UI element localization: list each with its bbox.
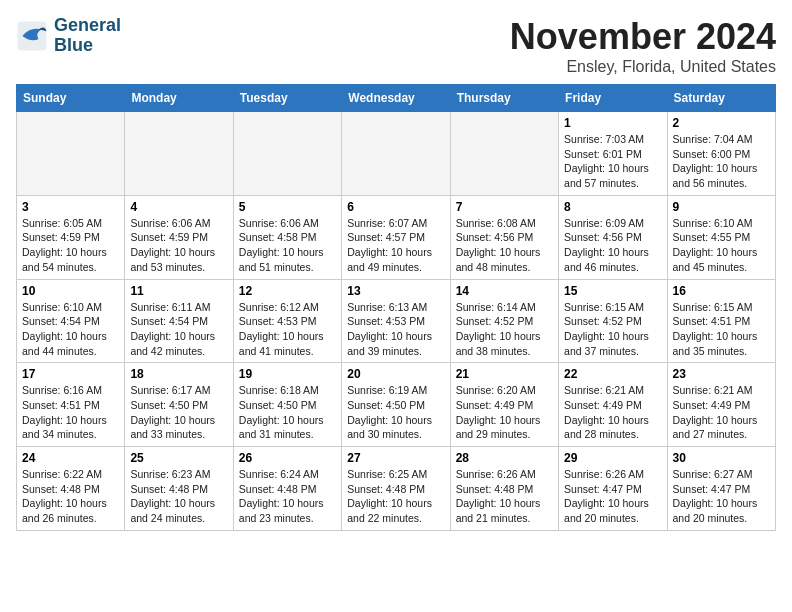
- day-info: Sunrise: 6:19 AMSunset: 4:50 PMDaylight:…: [347, 383, 444, 442]
- day-number: 1: [564, 116, 661, 130]
- weekday-header: Thursday: [450, 85, 558, 112]
- day-info: Sunrise: 6:24 AMSunset: 4:48 PMDaylight:…: [239, 467, 336, 526]
- weekday-header: Tuesday: [233, 85, 341, 112]
- calendar-cell: 24Sunrise: 6:22 AMSunset: 4:48 PMDayligh…: [17, 447, 125, 531]
- day-info: Sunrise: 6:07 AMSunset: 4:57 PMDaylight:…: [347, 216, 444, 275]
- day-info: Sunrise: 6:17 AMSunset: 4:50 PMDaylight:…: [130, 383, 227, 442]
- day-number: 5: [239, 200, 336, 214]
- day-number: 24: [22, 451, 119, 465]
- calendar-cell: 22Sunrise: 6:21 AMSunset: 4:49 PMDayligh…: [559, 363, 667, 447]
- day-number: 30: [673, 451, 770, 465]
- calendar-cell: 23Sunrise: 6:21 AMSunset: 4:49 PMDayligh…: [667, 363, 775, 447]
- day-number: 9: [673, 200, 770, 214]
- weekday-header: Monday: [125, 85, 233, 112]
- day-number: 15: [564, 284, 661, 298]
- day-info: Sunrise: 6:21 AMSunset: 4:49 PMDaylight:…: [673, 383, 770, 442]
- day-info: Sunrise: 6:13 AMSunset: 4:53 PMDaylight:…: [347, 300, 444, 359]
- calendar-cell: 15Sunrise: 6:15 AMSunset: 4:52 PMDayligh…: [559, 279, 667, 363]
- day-number: 4: [130, 200, 227, 214]
- calendar-cell: 10Sunrise: 6:10 AMSunset: 4:54 PMDayligh…: [17, 279, 125, 363]
- logo-icon: [16, 20, 48, 52]
- day-number: 23: [673, 367, 770, 381]
- day-number: 26: [239, 451, 336, 465]
- calendar-cell: 7Sunrise: 6:08 AMSunset: 4:56 PMDaylight…: [450, 195, 558, 279]
- weekday-header: Sunday: [17, 85, 125, 112]
- day-info: Sunrise: 6:08 AMSunset: 4:56 PMDaylight:…: [456, 216, 553, 275]
- day-number: 20: [347, 367, 444, 381]
- day-info: Sunrise: 6:10 AMSunset: 4:54 PMDaylight:…: [22, 300, 119, 359]
- calendar-cell: [342, 112, 450, 196]
- logo: General Blue: [16, 16, 121, 56]
- weekday-header: Wednesday: [342, 85, 450, 112]
- day-info: Sunrise: 6:25 AMSunset: 4:48 PMDaylight:…: [347, 467, 444, 526]
- calendar-cell: 29Sunrise: 6:26 AMSunset: 4:47 PMDayligh…: [559, 447, 667, 531]
- day-number: 29: [564, 451, 661, 465]
- day-info: Sunrise: 7:03 AMSunset: 6:01 PMDaylight:…: [564, 132, 661, 191]
- calendar-header-row: SundayMondayTuesdayWednesdayThursdayFrid…: [17, 85, 776, 112]
- day-number: 12: [239, 284, 336, 298]
- calendar-cell: 20Sunrise: 6:19 AMSunset: 4:50 PMDayligh…: [342, 363, 450, 447]
- day-number: 7: [456, 200, 553, 214]
- day-number: 22: [564, 367, 661, 381]
- day-number: 16: [673, 284, 770, 298]
- day-info: Sunrise: 6:05 AMSunset: 4:59 PMDaylight:…: [22, 216, 119, 275]
- day-number: 21: [456, 367, 553, 381]
- day-number: 11: [130, 284, 227, 298]
- day-number: 28: [456, 451, 553, 465]
- calendar-week-row: 3Sunrise: 6:05 AMSunset: 4:59 PMDaylight…: [17, 195, 776, 279]
- day-number: 6: [347, 200, 444, 214]
- day-number: 13: [347, 284, 444, 298]
- logo-text: General Blue: [54, 16, 121, 56]
- calendar-cell: [17, 112, 125, 196]
- calendar-week-row: 17Sunrise: 6:16 AMSunset: 4:51 PMDayligh…: [17, 363, 776, 447]
- calendar-cell: 3Sunrise: 6:05 AMSunset: 4:59 PMDaylight…: [17, 195, 125, 279]
- calendar-cell: [233, 112, 341, 196]
- day-info: Sunrise: 6:26 AMSunset: 4:48 PMDaylight:…: [456, 467, 553, 526]
- calendar-cell: 17Sunrise: 6:16 AMSunset: 4:51 PMDayligh…: [17, 363, 125, 447]
- calendar-week-row: 1Sunrise: 7:03 AMSunset: 6:01 PMDaylight…: [17, 112, 776, 196]
- day-number: 27: [347, 451, 444, 465]
- day-info: Sunrise: 6:06 AMSunset: 4:58 PMDaylight:…: [239, 216, 336, 275]
- calendar-cell: 18Sunrise: 6:17 AMSunset: 4:50 PMDayligh…: [125, 363, 233, 447]
- day-info: Sunrise: 6:23 AMSunset: 4:48 PMDaylight:…: [130, 467, 227, 526]
- day-info: Sunrise: 6:14 AMSunset: 4:52 PMDaylight:…: [456, 300, 553, 359]
- day-number: 3: [22, 200, 119, 214]
- calendar-cell: 16Sunrise: 6:15 AMSunset: 4:51 PMDayligh…: [667, 279, 775, 363]
- day-info: Sunrise: 6:15 AMSunset: 4:52 PMDaylight:…: [564, 300, 661, 359]
- day-info: Sunrise: 6:26 AMSunset: 4:47 PMDaylight:…: [564, 467, 661, 526]
- day-number: 8: [564, 200, 661, 214]
- day-number: 19: [239, 367, 336, 381]
- calendar-cell: 9Sunrise: 6:10 AMSunset: 4:55 PMDaylight…: [667, 195, 775, 279]
- calendar-cell: 4Sunrise: 6:06 AMSunset: 4:59 PMDaylight…: [125, 195, 233, 279]
- day-number: 18: [130, 367, 227, 381]
- day-info: Sunrise: 6:11 AMSunset: 4:54 PMDaylight:…: [130, 300, 227, 359]
- month-title: November 2024: [510, 16, 776, 58]
- calendar-cell: 27Sunrise: 6:25 AMSunset: 4:48 PMDayligh…: [342, 447, 450, 531]
- calendar-cell: 26Sunrise: 6:24 AMSunset: 4:48 PMDayligh…: [233, 447, 341, 531]
- weekday-header: Friday: [559, 85, 667, 112]
- calendar-cell: 30Sunrise: 6:27 AMSunset: 4:47 PMDayligh…: [667, 447, 775, 531]
- day-info: Sunrise: 6:21 AMSunset: 4:49 PMDaylight:…: [564, 383, 661, 442]
- calendar-cell: [125, 112, 233, 196]
- title-block: November 2024 Ensley, Florida, United St…: [510, 16, 776, 76]
- day-number: 2: [673, 116, 770, 130]
- calendar-cell: 5Sunrise: 6:06 AMSunset: 4:58 PMDaylight…: [233, 195, 341, 279]
- day-number: 25: [130, 451, 227, 465]
- weekday-header: Saturday: [667, 85, 775, 112]
- location-title: Ensley, Florida, United States: [510, 58, 776, 76]
- calendar-cell: 8Sunrise: 6:09 AMSunset: 4:56 PMDaylight…: [559, 195, 667, 279]
- day-number: 14: [456, 284, 553, 298]
- day-info: Sunrise: 6:16 AMSunset: 4:51 PMDaylight:…: [22, 383, 119, 442]
- calendar-cell: 14Sunrise: 6:14 AMSunset: 4:52 PMDayligh…: [450, 279, 558, 363]
- logo-line1: General: [54, 15, 121, 35]
- calendar-cell: 21Sunrise: 6:20 AMSunset: 4:49 PMDayligh…: [450, 363, 558, 447]
- day-info: Sunrise: 7:04 AMSunset: 6:00 PMDaylight:…: [673, 132, 770, 191]
- day-info: Sunrise: 6:12 AMSunset: 4:53 PMDaylight:…: [239, 300, 336, 359]
- day-info: Sunrise: 6:15 AMSunset: 4:51 PMDaylight:…: [673, 300, 770, 359]
- logo-line2: Blue: [54, 35, 93, 55]
- calendar-cell: 25Sunrise: 6:23 AMSunset: 4:48 PMDayligh…: [125, 447, 233, 531]
- day-info: Sunrise: 6:22 AMSunset: 4:48 PMDaylight:…: [22, 467, 119, 526]
- calendar-cell: 2Sunrise: 7:04 AMSunset: 6:00 PMDaylight…: [667, 112, 775, 196]
- calendar-cell: 1Sunrise: 7:03 AMSunset: 6:01 PMDaylight…: [559, 112, 667, 196]
- page-header: General Blue November 2024 Ensley, Flori…: [16, 16, 776, 76]
